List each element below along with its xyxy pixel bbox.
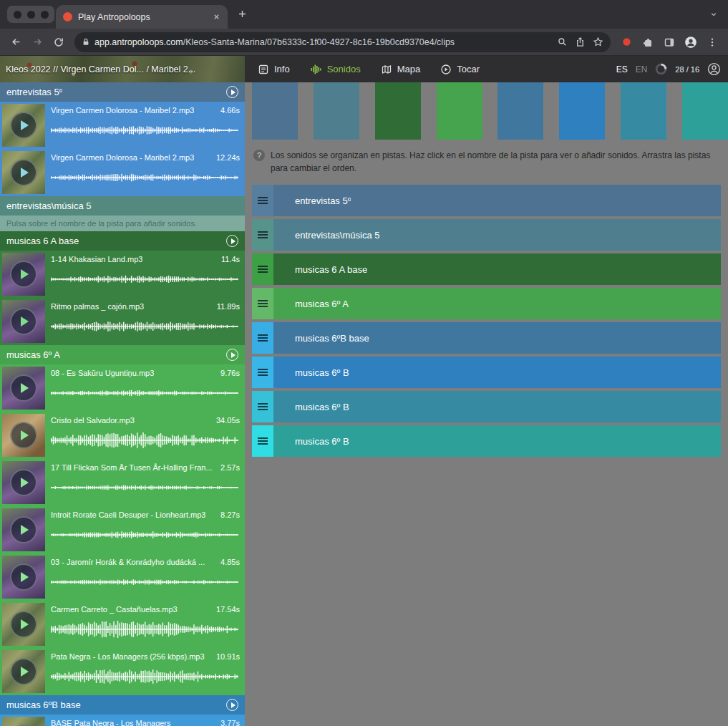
play-clip-button[interactable] bbox=[10, 658, 37, 685]
drag-handle[interactable] bbox=[252, 185, 273, 216]
clip-row[interactable]: 17 Till Flickan Som Är Tusen År-Halling … bbox=[0, 459, 245, 506]
play-clip-button[interactable] bbox=[10, 611, 37, 638]
breadcrumb[interactable]: Kleos 2022 // Virgen Carmen Dol... / Mar… bbox=[0, 56, 245, 82]
side-panel-icon[interactable] bbox=[659, 32, 679, 52]
tab-search-chevron-icon[interactable] bbox=[709, 11, 718, 18]
track-header[interactable]: musicas 6º A bbox=[0, 345, 245, 364]
play-triangle-icon bbox=[21, 430, 29, 440]
window-controls[interactable] bbox=[7, 6, 54, 23]
clip-row[interactable]: 1-14 Khakasian Land.mp3 11.4s bbox=[0, 251, 245, 298]
play-clip-button[interactable] bbox=[10, 469, 37, 496]
track-swatch-6[interactable] bbox=[559, 82, 605, 140]
drag-handle[interactable] bbox=[252, 219, 273, 251]
track-swatch-3[interactable] bbox=[375, 82, 421, 140]
track-label: musicas 6º B bbox=[295, 402, 349, 412]
window-close-icon[interactable] bbox=[14, 11, 21, 19]
track-swatch-7[interactable] bbox=[621, 82, 666, 140]
play-clip-button[interactable] bbox=[10, 516, 37, 543]
lang-en[interactable]: EN bbox=[636, 64, 648, 74]
track-swatch-5[interactable] bbox=[498, 82, 543, 140]
play-track-button[interactable] bbox=[226, 86, 238, 98]
loading-spinner-icon bbox=[655, 63, 667, 75]
drag-handle[interactable] bbox=[252, 322, 273, 354]
nav-tab-tocar[interactable]: Tocar bbox=[440, 64, 480, 75]
play-clip-button[interactable] bbox=[10, 308, 37, 335]
play-track-button[interactable] bbox=[226, 349, 238, 361]
clip-row[interactable]: Pata Negra - Los Managers (256 kbps).mp3… bbox=[0, 648, 245, 695]
track-row[interactable]: entrevistas 5º bbox=[252, 185, 721, 216]
track-swatch-2[interactable] bbox=[314, 82, 359, 140]
play-clip-button[interactable] bbox=[10, 159, 37, 186]
window-zoom-icon[interactable] bbox=[41, 11, 49, 19]
waveform bbox=[51, 661, 240, 692]
waveform bbox=[51, 472, 240, 503]
clip-duration: 34.05s bbox=[216, 416, 240, 425]
nav-tab-sonidos[interactable]: Sonidos bbox=[310, 64, 361, 75]
clip-name: 17 Till Flickan Som Är Tusen År-Halling … bbox=[51, 463, 213, 472]
track-swatch-4[interactable] bbox=[437, 82, 482, 140]
track-row[interactable]: entrevistas\música 5 bbox=[252, 219, 721, 251]
browser-menu-icon[interactable] bbox=[702, 32, 722, 52]
track-clips: BASE Pata Negra - Los Managers 3.77s bbox=[0, 715, 245, 726]
lang-es[interactable]: ES bbox=[616, 64, 628, 74]
account-icon[interactable] bbox=[707, 62, 721, 76]
play-track-button[interactable] bbox=[226, 235, 238, 247]
drag-handle[interactable] bbox=[252, 357, 273, 388]
nav-tab-mapa[interactable]: Mapa bbox=[381, 64, 421, 75]
track-swatch-1[interactable] bbox=[252, 82, 298, 140]
drag-handle[interactable] bbox=[252, 391, 273, 422]
drag-handle[interactable] bbox=[252, 425, 273, 457]
drag-handle[interactable] bbox=[252, 288, 273, 319]
record-extension-icon[interactable] bbox=[616, 32, 636, 52]
nav-label: Tocar bbox=[457, 64, 480, 74]
clip-row[interactable]: Virgen Carmen Dolorosa - Maribel 2.mp3 1… bbox=[0, 149, 245, 196]
waveform bbox=[51, 519, 240, 550]
track-swatch-8[interactable] bbox=[682, 82, 728, 140]
clip-row[interactable]: Introit Rorate Caeli Desuper - Lionheart… bbox=[0, 506, 245, 553]
clip-row[interactable]: Ritmo palmas _ cajón.mp3 11.89s bbox=[0, 298, 245, 345]
drag-handle[interactable] bbox=[252, 253, 273, 285]
clip-row[interactable]: BASE Pata Negra - Los Managers 3.77s bbox=[0, 715, 245, 726]
reload-button[interactable] bbox=[49, 32, 69, 52]
track-header[interactable]: musicas 6 A base bbox=[0, 231, 245, 251]
extensions-puzzle-icon[interactable] bbox=[638, 32, 658, 52]
clip-row[interactable]: Cristo del Salvador.mp3 34.05s bbox=[0, 412, 245, 459]
track-title: musicas 6ºB base bbox=[6, 700, 81, 710]
clip-row[interactable]: 03 - Jaromír Horák & Konrádyho dudácká .… bbox=[0, 553, 245, 601]
nav-tab-info[interactable]: Info bbox=[258, 64, 290, 75]
track-header[interactable]: entrevistas\música 5 bbox=[0, 196, 245, 216]
waveform bbox=[51, 311, 240, 342]
browser-avatar[interactable] bbox=[681, 32, 701, 52]
play-clip-button[interactable] bbox=[10, 261, 37, 288]
track-row[interactable]: musicas 6º B bbox=[252, 391, 721, 422]
track-row[interactable]: musicas 6ºB base bbox=[252, 322, 721, 354]
play-triangle-icon bbox=[21, 120, 29, 130]
play-clip-button[interactable] bbox=[10, 563, 37, 591]
clip-row[interactable]: 08 - Es Sakūru Uguntiņu.mp3 9.76s bbox=[0, 364, 245, 412]
back-button[interactable] bbox=[6, 32, 26, 52]
share-icon[interactable] bbox=[575, 37, 586, 47]
window-minimize-icon[interactable] bbox=[27, 11, 35, 19]
play-clip-button[interactable] bbox=[10, 374, 37, 402]
play-track-button[interactable] bbox=[226, 699, 238, 711]
url-bar[interactable]: app.antropoloops.com/Kleos-Santa-Marina/… bbox=[74, 32, 611, 52]
play-clip-button[interactable] bbox=[10, 422, 37, 449]
clip-row[interactable]: Virgen Carmen Dolorosa - Maribel 2.mp3 4… bbox=[0, 102, 245, 149]
browser-toolbar: app.antropoloops.com/Kleos-Santa-Marina/… bbox=[0, 29, 728, 56]
bookmark-star-icon[interactable] bbox=[593, 37, 603, 47]
track-row[interactable]: musicas 6º B bbox=[252, 357, 721, 388]
track-row[interactable]: musicas 6º B bbox=[252, 425, 721, 457]
browser-tab[interactable]: Play Antropoloops bbox=[56, 5, 228, 29]
waveform bbox=[51, 115, 240, 145]
clip-row[interactable]: Carmen Carreto _ Castañuelas.mp3 17.54s bbox=[0, 601, 245, 648]
zoom-icon[interactable] bbox=[557, 37, 568, 47]
track-row[interactable]: musicas 6 A base bbox=[252, 253, 721, 285]
forward-button[interactable] bbox=[27, 32, 47, 52]
close-tab-icon[interactable] bbox=[213, 13, 220, 21]
track-row[interactable]: musicas 6º A bbox=[252, 288, 721, 319]
track-header[interactable]: musicas 6ºB base bbox=[0, 695, 245, 715]
new-tab-button[interactable] bbox=[238, 9, 247, 19]
play-clip-button[interactable] bbox=[10, 112, 37, 139]
track-header[interactable]: entrevistas 5º bbox=[0, 82, 245, 102]
play-triangle-icon bbox=[21, 619, 29, 629]
